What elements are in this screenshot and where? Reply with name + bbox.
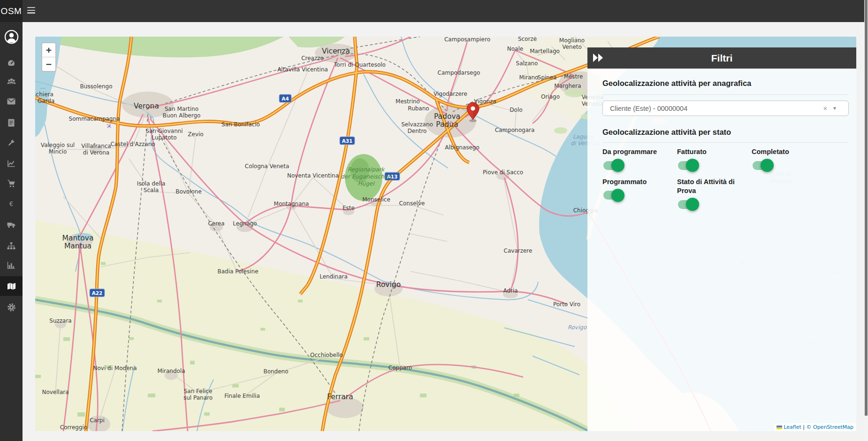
map-label: Mestrino bbox=[396, 98, 420, 105]
select-value: Cliente (Este) - 00000004 bbox=[603, 105, 818, 112]
toggle-switch[interactable] bbox=[678, 161, 698, 170]
toggle-knob[interactable] bbox=[761, 159, 774, 172]
map-label: Scala bbox=[144, 187, 159, 193]
map-canvas[interactable]: ✈ A4A31A13A22 VeronaVicenzaPadovaPaduaRo… bbox=[35, 37, 856, 431]
map-label: Cavarzere bbox=[504, 248, 533, 254]
map-label: Mantua bbox=[64, 242, 91, 250]
map-label: Monselice bbox=[362, 196, 390, 203]
map-label: Scorzè bbox=[518, 37, 537, 42]
dashboard-icon bbox=[7, 59, 15, 67]
sidebar-item-messages[interactable] bbox=[0, 93, 23, 110]
envelope-icon bbox=[7, 98, 15, 105]
toggle-switch[interactable] bbox=[753, 161, 772, 170]
page-scrollbar-thumb[interactable] bbox=[865, 0, 868, 416]
map-label: Salzano bbox=[516, 60, 538, 67]
app-logo: OSM bbox=[0, 0, 23, 22]
section-heading-stato: Geolocalizzazione attività per stato bbox=[602, 128, 731, 137]
motorway-badge: A31 bbox=[340, 137, 355, 145]
toggle-switch[interactable] bbox=[603, 161, 623, 170]
map-label: Castel d'Azzano bbox=[110, 141, 155, 147]
clear-selection-icon[interactable]: × bbox=[818, 104, 832, 112]
map-label: Noale bbox=[507, 46, 523, 52]
map-label: Dolo bbox=[510, 107, 522, 113]
map-label: Este bbox=[343, 205, 355, 211]
map-label: Dentro bbox=[408, 128, 427, 134]
wrench-icon bbox=[7, 139, 15, 147]
map-label: Bussolengo bbox=[80, 83, 113, 90]
toggle-label: Programmato bbox=[602, 178, 673, 187]
user-avatar[interactable] bbox=[0, 29, 23, 45]
anagrafica-select[interactable]: Cliente (Este) - 00000004 × ▼ bbox=[602, 101, 849, 116]
toggle-switch[interactable] bbox=[603, 191, 623, 200]
leaflet-link[interactable]: Leaflet bbox=[784, 424, 801, 430]
map-label: der Euganeischen bbox=[341, 173, 391, 180]
map-label: Vicenza bbox=[322, 47, 350, 55]
map-label: Badia Polesine bbox=[217, 268, 258, 275]
shopping-cart-icon bbox=[8, 180, 15, 187]
map-label: Campodarsego bbox=[438, 70, 480, 76]
toggle-cell: Fatturato bbox=[677, 147, 752, 170]
toggle-cell: Completato bbox=[752, 147, 849, 170]
svg-text:€: € bbox=[9, 200, 13, 208]
map-label: Isola della bbox=[137, 180, 166, 187]
zoom-out-button[interactable]: − bbox=[42, 57, 55, 71]
double-chevron-right-icon bbox=[592, 52, 604, 63]
map-label: Rubano bbox=[408, 105, 429, 112]
map-label: Regionalpark bbox=[348, 166, 386, 173]
sidebar-item-tools[interactable] bbox=[0, 134, 23, 152]
toggle-label: Fatturato bbox=[677, 147, 747, 157]
zoom-in-button[interactable]: + bbox=[42, 43, 55, 57]
toggle-label: Completato bbox=[752, 147, 822, 157]
sidebar: € bbox=[0, 22, 23, 441]
filter-panel: Filtri Geolocalizzazione attività per an… bbox=[587, 47, 856, 431]
map-label: Mogliano bbox=[559, 37, 585, 44]
toggle-knob[interactable] bbox=[686, 198, 699, 211]
sidebar-item-logistics[interactable] bbox=[0, 216, 23, 233]
divider bbox=[602, 94, 849, 95]
toggle-knob[interactable] bbox=[611, 189, 624, 202]
map-label: Lupatoto bbox=[152, 134, 176, 141]
map-label: Martellago bbox=[530, 48, 560, 54]
map-label: Occhiobello bbox=[310, 352, 343, 358]
map-label: Villafranca bbox=[81, 143, 111, 149]
map-label: San Giovanni bbox=[145, 128, 183, 134]
sidebar-item-reports[interactable] bbox=[0, 155, 23, 172]
map-label: Marghera bbox=[554, 83, 581, 89]
map-label: Finale Emilia bbox=[224, 393, 259, 399]
motorway-badge: A4 bbox=[279, 94, 291, 102]
sidebar-item-hierarchy[interactable] bbox=[0, 237, 23, 255]
sidebar-item-map[interactable] bbox=[0, 276, 23, 296]
chevron-down-icon[interactable]: ▼ bbox=[832, 106, 848, 111]
toggle-knob[interactable] bbox=[686, 159, 699, 172]
map-label: Correggio bbox=[60, 424, 87, 431]
page-scrollbar bbox=[864, 0, 868, 441]
filter-panel-header: Filtri bbox=[587, 47, 856, 69]
map-label: Verona bbox=[134, 102, 159, 110]
sidebar-item-statistics[interactable] bbox=[0, 256, 23, 274]
chart-line-icon bbox=[7, 159, 15, 168]
sidebar-item-users[interactable] bbox=[0, 72, 23, 90]
map-label: Cerea bbox=[208, 220, 224, 227]
map-label: Adria bbox=[503, 287, 518, 294]
map-label: Mestre bbox=[564, 73, 583, 80]
sidebar-item-documents[interactable] bbox=[0, 114, 23, 132]
truck-icon bbox=[7, 221, 15, 228]
toggle-switch[interactable] bbox=[678, 200, 698, 209]
collapse-panel-button[interactable] bbox=[592, 52, 605, 64]
map-label: Mirandola bbox=[157, 368, 185, 374]
sidebar-item-settings[interactable] bbox=[0, 298, 23, 316]
motorway-badge: A22 bbox=[90, 289, 105, 297]
toggle-knob[interactable] bbox=[611, 159, 624, 172]
sidebar-item-dashboard[interactable] bbox=[0, 54, 23, 72]
map-label: Rovigo bbox=[568, 324, 587, 331]
sidebar-item-orders[interactable] bbox=[0, 175, 23, 193]
toggle-cell: Programmato bbox=[602, 178, 677, 209]
map-label: Novi di Modena bbox=[93, 365, 137, 371]
map-label: Altavilla Vicentina bbox=[277, 66, 328, 73]
toggle-label: Stato di Attività di Prova bbox=[677, 178, 747, 196]
sidebar-item-billing[interactable]: € bbox=[0, 195, 23, 213]
openstreetmap-link[interactable]: © OpenStreetMap bbox=[806, 424, 853, 430]
menu-toggle-icon[interactable] bbox=[27, 7, 35, 15]
map-label: Veneto bbox=[562, 44, 582, 50]
map-icon bbox=[7, 282, 16, 290]
